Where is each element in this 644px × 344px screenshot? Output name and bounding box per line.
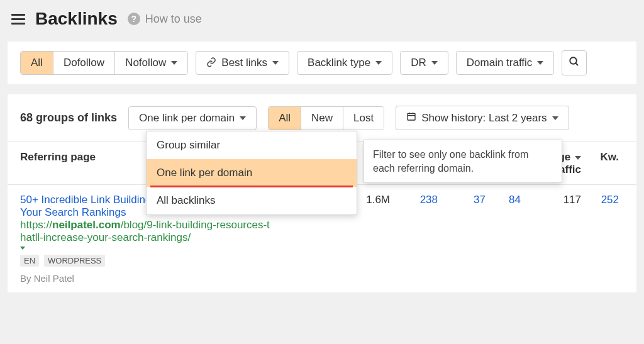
metric-6[interactable]: 84 <box>486 194 521 284</box>
filter-all[interactable]: All <box>21 52 53 74</box>
result-url-link[interactable]: https://neilpatel.com/blog/9-link-buildi… <box>20 219 272 250</box>
status-all[interactable]: All <box>269 107 301 130</box>
status-lost[interactable]: Lost <box>343 107 384 130</box>
search-icon <box>569 56 580 70</box>
page-title: Backlinks <box>35 9 118 29</box>
col-keywords[interactable]: Kw. <box>581 151 619 175</box>
page-traffic-value: 117 <box>521 194 581 284</box>
groups-count: 68 groups of links <box>20 111 117 125</box>
how-to-use-link[interactable]: ? How to use <box>128 13 202 26</box>
link-icon <box>206 57 216 69</box>
status-new[interactable]: New <box>301 107 343 130</box>
chevron-down-icon <box>537 61 543 65</box>
metric-5[interactable]: 37 <box>438 194 486 284</box>
chevron-down-icon <box>431 61 438 65</box>
filter-dofollow[interactable]: Dofollow <box>53 52 115 74</box>
group-mode-tooltip: Filter to see only one backlink from eac… <box>364 140 562 183</box>
chevron-down-icon <box>171 61 177 65</box>
svg-line-1 <box>576 63 579 65</box>
language-tag: EN <box>20 255 39 267</box>
svg-rect-2 <box>408 113 415 120</box>
menu-icon[interactable] <box>11 14 25 25</box>
cms-tag: WORDPRESS <box>44 255 105 267</box>
search-button[interactable] <box>562 50 587 75</box>
metric-4[interactable]: 238 <box>390 194 438 284</box>
follow-filter-segment: All Dofollow Nofollow <box>20 51 188 75</box>
chevron-down-icon <box>575 156 581 160</box>
domain-traffic-filter[interactable]: Domain traffic <box>456 51 555 75</box>
group-option-all[interactable]: All backlinks <box>147 187 357 214</box>
chevron-down-icon[interactable] <box>20 247 25 250</box>
svg-point-0 <box>570 57 577 64</box>
group-option-similar[interactable]: Group similar <box>147 131 357 159</box>
calendar-icon <box>406 111 416 125</box>
how-to-use-label: How to use <box>145 13 202 26</box>
chevron-down-icon <box>552 116 558 120</box>
filter-nofollow[interactable]: Nofollow <box>115 52 187 74</box>
group-option-one-per-domain[interactable]: One link per domain <box>147 159 357 187</box>
chevron-down-icon <box>240 116 246 120</box>
chevron-down-icon <box>272 61 279 65</box>
keywords-value[interactable]: 252 <box>581 194 619 284</box>
link-status-segment: All New Lost <box>268 106 384 130</box>
result-author: By Neil Patel <box>20 273 272 284</box>
best-links-filter[interactable]: Best links <box>196 51 289 75</box>
group-mode-dropdown[interactable]: One link per domain <box>128 106 257 130</box>
chevron-down-icon <box>375 61 382 65</box>
dr-filter[interactable]: DR <box>400 51 448 75</box>
backlink-type-filter[interactable]: Backlink type <box>297 51 392 75</box>
help-icon: ? <box>128 13 140 25</box>
history-dropdown[interactable]: Show history: Last 2 years <box>396 106 569 130</box>
group-mode-menu: Group similar One link per domain All ba… <box>146 131 357 215</box>
